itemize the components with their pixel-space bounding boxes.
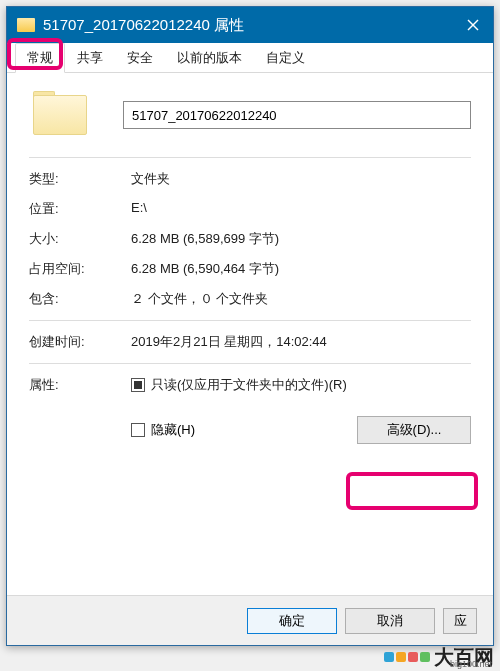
divider (29, 363, 471, 364)
tab-content-general: 类型: 文件夹 位置: E:\ 大小: 6.28 MB (6,589,699 字… (7, 73, 493, 454)
label-size: 大小: (29, 230, 131, 248)
value-contains: ２ 个文件，０ 个文件夹 (131, 290, 471, 308)
checkbox-hidden-label: 隐藏(H) (151, 421, 195, 439)
tab-security[interactable]: 安全 (115, 43, 165, 73)
titlebar: 51707_20170622012240 属性 (7, 7, 493, 43)
tab-previous-versions[interactable]: 以前的版本 (165, 43, 254, 73)
watermark-brand: 大百网 (434, 647, 494, 667)
tab-customize[interactable]: 自定义 (254, 43, 317, 73)
label-created: 创建时间: (29, 333, 131, 351)
folder-icon (17, 18, 35, 32)
close-icon (467, 19, 479, 31)
checkbox-readonly-label: 只读(仅应用于文件夹中的文件)(R) (151, 376, 347, 394)
value-size: 6.28 MB (6,589,699 字节) (131, 230, 471, 248)
value-location: E:\ (131, 200, 471, 215)
watermark-url: big100.net (450, 659, 492, 669)
value-size-on-disk: 6.28 MB (6,590,464 字节) (131, 260, 471, 278)
checkbox-readonly[interactable] (131, 378, 145, 392)
label-contains: 包含: (29, 290, 131, 308)
folder-name-input[interactable] (123, 101, 471, 129)
advanced-button[interactable]: 高级(D)... (357, 416, 471, 444)
window-title: 51707_20170622012240 属性 (43, 16, 453, 35)
watermark-logo-icon (384, 652, 430, 662)
ok-button[interactable]: 确定 (247, 608, 337, 634)
close-button[interactable] (453, 7, 493, 43)
checkbox-hidden[interactable] (131, 423, 145, 437)
label-type: 类型: (29, 170, 131, 188)
label-attributes: 属性: (29, 376, 131, 394)
divider (29, 157, 471, 158)
tab-sharing[interactable]: 共享 (65, 43, 115, 73)
tab-strip: 常规 共享 安全 以前的版本 自定义 (7, 43, 493, 73)
properties-dialog: 51707_20170622012240 属性 常规 共享 安全 以前的版本 自… (6, 6, 494, 646)
label-location: 位置: (29, 200, 131, 218)
dialog-button-bar: 确定 取消 应 (7, 595, 493, 645)
folder-large-icon (33, 91, 91, 139)
watermark: 大百网 big100.net (384, 647, 494, 667)
value-type: 文件夹 (131, 170, 471, 188)
apply-button[interactable]: 应 (443, 608, 477, 634)
tab-general[interactable]: 常规 (15, 43, 65, 73)
cancel-button[interactable]: 取消 (345, 608, 435, 634)
divider (29, 320, 471, 321)
label-size-on-disk: 占用空间: (29, 260, 131, 278)
value-created: 2019年2月21日 星期四，14:02:44 (131, 333, 471, 351)
